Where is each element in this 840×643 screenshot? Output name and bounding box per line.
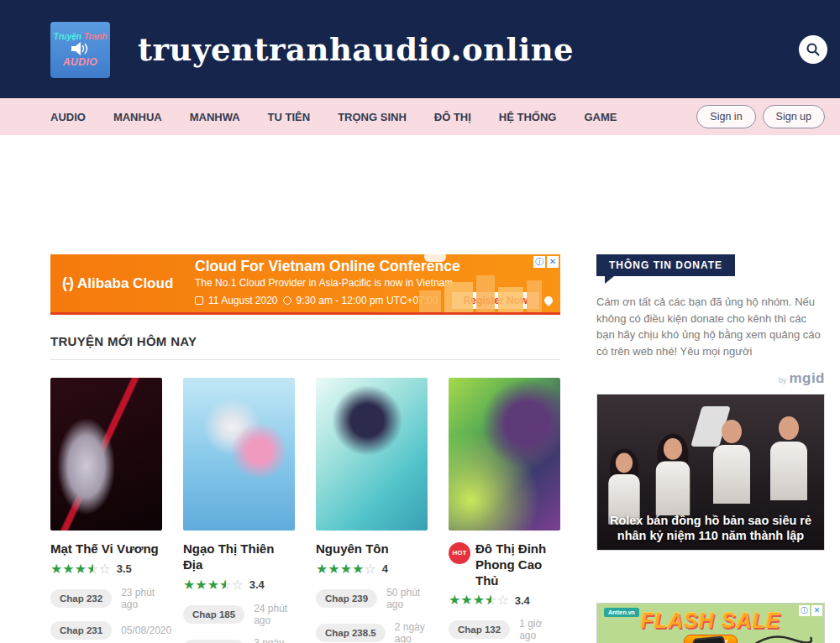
chapter-row: Chap 232 23 phút ago <box>50 587 162 610</box>
nav-item-he-thong[interactable]: HỆ THỐNG <box>499 111 557 123</box>
donate-heading-badge: THÔNG TIN DONATE <box>596 254 735 276</box>
alibaba-brand-text: Alibaba Cloud <box>77 275 173 292</box>
chapter-time: 05/08/2020 <box>121 625 171 636</box>
site-logo[interactable]: Truyện Tranh AUDIO <box>50 22 110 78</box>
banner-ad-alibaba[interactable]: (-) Alibaba Cloud Cloud For Vietnam Onli… <box>50 254 560 315</box>
rating-value: 3.4 <box>515 594 530 607</box>
content-column: (-) Alibaba Cloud Cloud For Vietnam Onli… <box>50 254 560 643</box>
chapter-time: 50 phút ago <box>386 587 428 610</box>
comic-title[interactable]: Ngạo Thị Thiên Địa <box>183 541 295 573</box>
search-button[interactable] <box>799 35 827 64</box>
comic-card: HOT Đô Thị Đỉnh Phong Cao Thủ ★★★★☆☆ 3.4… <box>449 378 560 643</box>
comic-cover[interactable] <box>183 378 295 531</box>
chapter-time: 1 giờ ago <box>519 618 560 641</box>
flash-sale-ad[interactable]: Antien.vn ⓘ ✕ FLASH SALE XEM NGAY <box>596 603 825 643</box>
chapter-row: Chap 231 05/08/2020 <box>50 621 162 640</box>
chapter-time: 3 ngày ago <box>254 637 295 643</box>
main-nav: AUDIO MANHUA MANHWA TU TIÊN TRỌNG SINH Đ… <box>0 98 840 135</box>
speaker-icon <box>71 42 90 55</box>
comic-rating: ★★★★☆☆ 3.5 <box>50 562 162 576</box>
main-content: (-) Alibaba Cloud Cloud For Vietnam Onli… <box>0 135 840 643</box>
sidebar: THÔNG TIN DONATE Cám ơn tất cả các bạn đ… <box>596 254 825 643</box>
chapter-row: Chap 238.5 2 ngày ago <box>316 621 428 643</box>
adchoices-info-icon[interactable]: ⓘ <box>533 256 545 268</box>
auth-buttons: Sign in Sign up <box>696 105 825 128</box>
chapter-button[interactable]: Chap 239 <box>316 589 377 608</box>
alibaba-cloud-logo: (-) Alibaba Cloud <box>50 274 195 292</box>
comic-grid: Mạt Thế Vi Vương ★★★★☆☆ 3.5 Chap 232 23 … <box>50 378 560 643</box>
cloud-icon <box>424 254 446 262</box>
comic-title-text: Ngạo Thị Thiên Địa <box>183 541 295 573</box>
mgid-logo: mgid <box>789 370 825 386</box>
chapter-time: 2 ngày ago <box>395 621 428 643</box>
sign-up-button[interactable]: Sign up <box>763 105 825 128</box>
native-ad-caption[interactable]: Rolex bán đồng hồ bản sao siêu rẻ nhân k… <box>597 513 824 543</box>
comic-cover[interactable] <box>50 378 162 531</box>
nav-item-do-thi[interactable]: ĐÔ THỊ <box>434 111 471 123</box>
comic-card: Ngạo Thị Thiên Địa ★★★★☆☆ 3.4 Chap 185 2… <box>183 378 295 643</box>
sign-in-button[interactable]: Sign in <box>696 105 755 128</box>
nav-item-trong-sinh[interactable]: TRỌNG SINH <box>338 111 407 123</box>
cable-product-image <box>740 629 812 643</box>
donate-text: Cám ơn tất cả các bạn đã ủng hộ nhóm. Nế… <box>596 294 825 359</box>
logo-text-top: Truyện Tranh <box>54 32 108 41</box>
comic-title-text: Nguyên Tôn <box>316 541 389 557</box>
model-figure <box>770 416 807 500</box>
chapter-button[interactable]: Chap 184 <box>183 640 244 643</box>
chapter-button[interactable]: Chap 238.5 <box>316 624 386 642</box>
comic-card: Nguyên Tôn ★★★★☆ 4 Chap 239 50 phút ago … <box>316 378 428 643</box>
buildings-illustration <box>419 274 545 312</box>
chapter-button[interactable]: Chap 185 <box>183 605 244 624</box>
star-rating-icons: ★★★★☆☆ <box>183 578 244 592</box>
banner-ad-date: 11 August 2020 <box>208 295 278 306</box>
comic-card: Mạt Thế Vi Vương ★★★★☆☆ 3.5 Chap 232 23 … <box>50 378 162 643</box>
chapter-time: 24 phút ago <box>254 603 295 626</box>
hot-badge: HOT <box>449 542 470 564</box>
nav-item-audio[interactable]: AUDIO <box>50 111 86 123</box>
chapter-row: Chap 185 24 phút ago <box>183 603 295 626</box>
star-rating-icons: ★★★★☆☆ <box>50 562 111 576</box>
ad-close-icon[interactable]: ✕ <box>547 256 559 268</box>
calendar-icon <box>195 296 203 305</box>
chapter-row: Chap 132 1 giờ ago <box>449 618 560 641</box>
mgid-by-label: by <box>779 376 787 384</box>
site-title[interactable]: truyentranhaudio.online <box>138 31 574 68</box>
rating-value: 3.5 <box>117 562 132 575</box>
star-rating-icons: ★★★★☆ <box>316 562 376 576</box>
section-title: TRUYỆN MỚI HÔM NAY <box>50 334 560 348</box>
rating-value: 4 <box>382 562 388 575</box>
comic-title-text: Mạt Thế Vi Vương <box>50 541 159 557</box>
comic-title-text: Đô Thị Đỉnh Phong Cao Thủ <box>475 541 560 588</box>
ad-close-icon[interactable]: ✕ <box>811 605 822 616</box>
chapter-button[interactable]: Chap 231 <box>50 621 112 640</box>
model-figure <box>713 420 750 504</box>
mgid-attribution[interactable]: bymgid <box>596 370 825 387</box>
banner-ad-title: Cloud For Vietnam Online Conference <box>195 258 560 275</box>
comic-cover[interactable] <box>449 378 560 531</box>
comic-title[interactable]: Nguyên Tôn <box>316 541 428 557</box>
chapter-button[interactable]: Chap 232 <box>50 589 112 608</box>
alibaba-logo-icon: (-) <box>62 274 72 292</box>
nav-item-game[interactable]: GAME <box>584 111 617 123</box>
ad-controls: ⓘ ✕ <box>533 256 559 268</box>
native-ad-rolex[interactable]: Rolex bán đồng hồ bản sao siêu rẻ nhân k… <box>596 394 825 551</box>
rating-value: 3.4 <box>249 578 265 591</box>
nav-item-manhua[interactable]: MANHUA <box>113 111 162 123</box>
adchoices-info-icon[interactable]: ⓘ <box>799 605 810 616</box>
comic-rating: ★★★★☆☆ 3.4 <box>183 578 295 592</box>
nav-item-manhwa[interactable]: MANHWA <box>190 111 240 123</box>
comic-title[interactable]: Mạt Thế Vi Vương <box>50 541 162 557</box>
star-rating-icons: ★★★★☆☆ <box>449 593 509 607</box>
comic-cover[interactable] <box>316 378 428 531</box>
chapter-row: Chap 239 50 phút ago <box>316 587 428 610</box>
comic-rating: ★★★★☆ 4 <box>316 562 428 576</box>
clock-icon <box>283 296 291 305</box>
chapter-button[interactable]: Chap 132 <box>449 620 510 639</box>
comic-title[interactable]: HOT Đô Thị Đỉnh Phong Cao Thủ <box>449 541 560 588</box>
nav-item-tu-tien[interactable]: TU TIÊN <box>268 111 311 123</box>
chapter-time: 23 phút ago <box>121 587 162 610</box>
ad-controls: ⓘ ✕ <box>799 605 822 616</box>
comic-rating: ★★★★☆☆ 3.4 <box>449 593 560 607</box>
logo-text-audio: AUDIO <box>63 56 97 68</box>
advertiser-badge: Antien.vn <box>604 608 639 617</box>
